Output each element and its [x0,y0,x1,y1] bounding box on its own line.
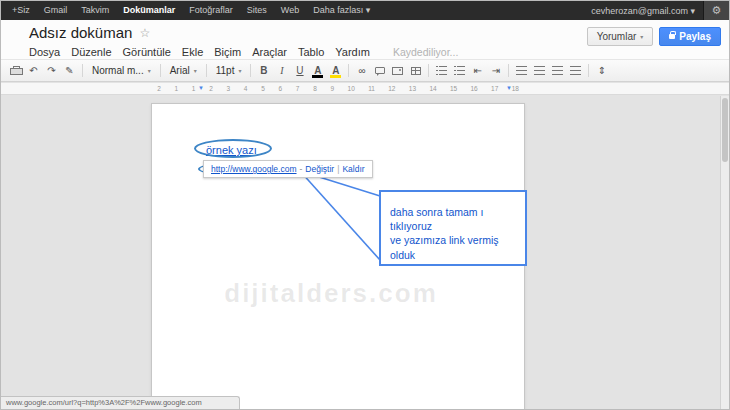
toolbar-separator [250,64,251,77]
outdent-button[interactable]: ⇤ [469,62,486,80]
header-buttons: Yorumlar ▾ Paylaş [587,27,721,46]
justify-icon [570,66,581,75]
menu-item[interactable]: Görüntüle [123,46,171,58]
ruler-number: 14 [429,85,436,92]
link-bubble-dash: - [300,164,303,174]
table-icon [411,67,421,75]
link-bubble-url[interactable]: http://www.google.com [211,164,297,174]
toolbar-separator [206,64,207,77]
insert-table-button[interactable] [407,62,424,80]
topbar-nav-link[interactable]: +Siz [5,1,37,20]
insert-image-button[interactable] [389,62,406,80]
topbar-nav-link[interactable]: Dokümanlar [116,1,182,20]
redo-button[interactable]: ↷ [43,62,60,80]
link-change-button[interactable]: Değiştir [305,164,334,174]
comment-icon [375,67,385,74]
menu-item[interactable]: Dosya [29,46,60,58]
ruler-number: 13 [409,85,416,92]
ruler-number: 2 [157,85,161,92]
highlight-color-button[interactable]: A [327,62,344,80]
menu-item[interactable]: Biçim [214,46,241,58]
styles-dropdown[interactable]: Normal m... ▾ [87,62,156,80]
toolbar-separator [588,64,589,77]
comments-button[interactable]: Yorumlar ▾ [587,27,654,46]
paint-format-button[interactable]: ✎ [61,62,78,80]
annotation-callout: daha sonra tamam ı tıklıyoruz ve yazımız… [379,190,527,266]
indent-button[interactable]: ⇥ [487,62,504,80]
menu-item[interactable]: Araçlar [252,46,287,58]
chevron-down-icon: ▾ [148,68,151,74]
gear-icon[interactable]: ⚙ [703,1,729,20]
font-size-dropdown[interactable]: 11pt ▾ [211,62,247,80]
ruler-number: 7 [296,85,300,92]
print-button[interactable] [7,62,24,80]
browser-status-url: www.google.com/url?q=http%3A%2F%2Fwww.go… [1,396,240,409]
account-menu[interactable]: cevherozan@gmail.com ▾ [583,6,703,16]
font-dropdown[interactable]: Arial ▾ [165,62,202,80]
chevron-down-icon: ▾ [640,34,643,40]
vertical-scrollbar-thumb[interactable] [722,98,728,162]
document-link-text[interactable]: örnek yazı [206,144,257,156]
insert-comment-button[interactable] [371,62,388,80]
ruler-number: 3 [226,85,230,92]
ruler-number: 16 [471,85,478,92]
numbered-list-button[interactable] [433,62,450,80]
topbar-nav-link[interactable]: Gmail [37,1,75,20]
bullet-list-icon [454,66,465,75]
vertical-scrollbar[interactable] [720,96,729,409]
ruler-number: 1 [174,85,178,92]
italic-button[interactable]: I [273,62,290,80]
align-left-button[interactable] [513,62,530,80]
ruler-number: 12 [388,85,395,92]
document-canvas: örnek yazı http://www.google.com - Değiş… [1,96,729,409]
google-docs-window: +SizGmailTakvimDokümanlarFotoğraflarSite… [0,0,730,410]
ruler[interactable]: ▼ ▼ 21123456789101112131415161718 [1,83,729,95]
undo-button[interactable]: ↶ [25,62,42,80]
star-icon[interactable]: ☆ [139,26,150,40]
google-bar-account-area: cevherozan@gmail.com ▾ ⚙ [583,1,729,20]
callout-line: ve yazımıza link vermiş olduk [390,233,520,261]
bold-button[interactable]: B [255,62,272,80]
ruler-number: 4 [244,85,248,92]
topbar-nav-link[interactable]: Takvim [74,1,116,20]
ruler-number: 15 [450,85,457,92]
ruler-number: 8 [313,85,317,92]
ruler-number: 18 [512,85,519,92]
toolbar-separator [160,64,161,77]
align-right-icon [552,66,563,75]
share-button[interactable]: Paylaş [659,27,721,46]
bullet-list-button[interactable] [451,62,468,80]
ruler-numbers: 21123456789101112131415161718 [157,85,519,92]
align-right-button[interactable] [549,62,566,80]
menu-item[interactable]: Tablo [298,46,324,58]
menu-item[interactable]: Düzenle [71,46,111,58]
line-spacing-button[interactable]: ⇕ [593,62,610,80]
link-bubble: http://www.google.com - Değiştir | Kaldı… [203,160,373,178]
document-page[interactable]: örnek yazı http://www.google.com - Değiş… [151,103,525,409]
numbered-list-icon [436,66,447,75]
topbar-nav-link[interactable]: Fotoğraflar [182,1,240,20]
align-left-icon [516,66,527,75]
edit-toolbar: ↶ ↷ ✎ Normal m... ▾ Arial ▾ 11pt ▾ B I U… [1,59,729,82]
toolbar-separator [428,64,429,77]
insert-link-button[interactable]: ∞ [353,62,370,80]
align-center-button[interactable] [531,62,548,80]
google-bar: +SizGmailTakvimDokümanlarFotoğraflarSite… [1,1,729,20]
link-remove-button[interactable]: Kaldır [342,164,364,174]
topbar-nav-link[interactable]: Web [274,1,306,20]
underline-button[interactable]: U [291,62,308,80]
menu-item[interactable]: Yardım [335,46,370,58]
google-bar-nav: +SizGmailTakvimDokümanlarFotoğraflarSite… [1,1,377,20]
topbar-nav-link[interactable]: Sites [240,1,274,20]
menu-bar: DosyaDüzenleGörüntüleEkleBiçimAraçlarTab… [29,46,458,58]
document-title[interactable]: Adsız doküman [29,24,132,41]
topbar-nav-link[interactable]: Daha fazlası ▾ [306,1,377,20]
image-icon [392,67,403,75]
title-area: Adsız doküman ☆ [29,24,150,41]
ruler-number: 6 [278,85,282,92]
text-color-button[interactable]: A [309,62,326,80]
toolbar-separator [508,64,509,77]
menu-item[interactable]: Ekle [182,46,203,58]
justify-button[interactable] [567,62,584,80]
menu-items: DosyaDüzenleGörüntüleEkleBiçimAraçlarTab… [29,46,370,58]
